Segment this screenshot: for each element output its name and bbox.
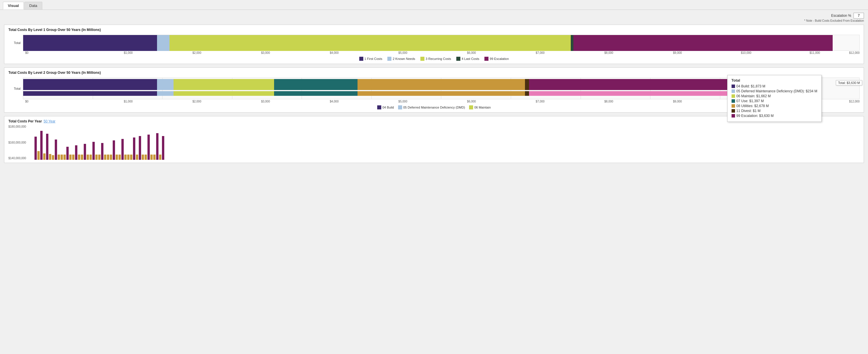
chart3-bar-7[interactable] xyxy=(55,140,57,160)
chart3-y-axis: $180,000,000 $160,000,000 $140,000,000 xyxy=(8,125,26,160)
chart2-legend-color-0 xyxy=(377,105,381,109)
chart3-bar-27[interactable] xyxy=(113,140,115,160)
chart3-year-link[interactable]: 50 Year xyxy=(44,119,56,123)
chart3-bar-25[interactable] xyxy=(107,154,109,160)
chart3-bar-20[interactable] xyxy=(92,142,95,160)
chart2-segment-use[interactable] xyxy=(274,79,358,90)
chart3-bar-17[interactable] xyxy=(84,144,86,160)
chart3-bar-10[interactable] xyxy=(63,154,66,160)
chart3-bar-31[interactable] xyxy=(124,154,127,160)
chart1-segment-lastcosts[interactable] xyxy=(571,35,574,51)
chart1-xtick-5: $5,000 xyxy=(369,51,437,55)
tab-visual[interactable]: Visual xyxy=(3,2,24,9)
chart3-bar-35[interactable] xyxy=(136,154,138,160)
chart3-bar-group-36 xyxy=(139,125,141,160)
chart3-bar-group-21 xyxy=(95,125,98,160)
chart3-bar-group-31 xyxy=(124,125,127,160)
chart3-bar-30[interactable] xyxy=(121,139,124,160)
chart3-bar-5[interactable] xyxy=(49,154,51,160)
chart3-bar-group-20 xyxy=(92,125,95,160)
chart3-bar-group-33 xyxy=(130,125,132,160)
tab-data[interactable]: Data xyxy=(24,2,42,9)
chart2-segment-build[interactable] xyxy=(23,79,157,90)
chart3-bar-3[interactable] xyxy=(43,153,45,160)
chart3-bar-6[interactable] xyxy=(52,155,54,160)
chart1-xtick-3: $3,000 xyxy=(231,51,300,55)
chart2-segment-maintain[interactable] xyxy=(174,79,274,90)
chart2-segment-dmd[interactable] xyxy=(157,79,174,90)
chart3-bar-28[interactable] xyxy=(116,154,118,160)
chart1-legend-color-2 xyxy=(421,57,425,61)
chart3-bar-12[interactable] xyxy=(69,154,71,160)
chart3-bar-8[interactable] xyxy=(58,154,60,160)
tooltip-label-0: 04 Build: $1,873 M xyxy=(737,84,766,88)
chart3-bar-37[interactable] xyxy=(142,154,144,160)
chart3-bar-33[interactable] xyxy=(130,154,132,160)
chart3-bar-11[interactable] xyxy=(66,147,69,160)
chart3-bar-36[interactable] xyxy=(139,136,141,160)
chart3-bar-group-17 xyxy=(84,125,86,160)
tooltip-swatch-0 xyxy=(732,84,735,88)
chart3-bar-13[interactable] xyxy=(72,154,74,160)
escalation-input[interactable] xyxy=(854,13,864,19)
chart3-bar-42[interactable] xyxy=(156,133,158,160)
chart3-bar-32[interactable] xyxy=(127,154,129,160)
escalation-label: Escalation % xyxy=(831,13,851,17)
chart3-bar-21[interactable] xyxy=(95,154,98,160)
tooltip-row-1: 05 Deferred Maintenance Deficiency (DMD)… xyxy=(732,89,817,93)
chart2-title: Total Costs By Level 2 Group Over 50 Yea… xyxy=(8,71,860,75)
chart3-bar-40[interactable] xyxy=(150,154,153,160)
chart3-bar-0[interactable] xyxy=(34,137,37,160)
chart2-segment-utilities[interactable] xyxy=(358,79,525,90)
chart3-bar-19[interactable] xyxy=(90,154,92,160)
chart3-bar-15[interactable] xyxy=(78,154,80,160)
chart3-bar-44[interactable] xyxy=(162,136,164,160)
chart1-legend-label-4: 99 Escalation xyxy=(490,57,509,61)
chart3-bar-group-35 xyxy=(136,125,138,160)
chart1-segment-escalation[interactable] xyxy=(574,35,833,51)
chart3-bar-41[interactable] xyxy=(153,154,156,160)
tooltip-swatch-2 xyxy=(732,94,735,98)
chart1-bar-label: Total xyxy=(8,41,23,44)
tooltip-swatch-3 xyxy=(732,99,735,103)
chart1-segment-knownneed[interactable] xyxy=(157,35,169,51)
chart3-bar-38[interactable] xyxy=(145,154,147,160)
chart1-legend-color-0 xyxy=(359,57,363,61)
chart1-legend-color-3 xyxy=(456,57,460,61)
chart1-segment-firstcosts[interactable] xyxy=(23,35,157,51)
chart3-bar-4[interactable] xyxy=(46,134,49,160)
chart1-xtick-9: $9,000 xyxy=(643,51,712,55)
chart3-bar-group-3 xyxy=(43,125,45,160)
chart3-bar-39[interactable] xyxy=(148,135,150,160)
chart3-bar-group-13 xyxy=(72,125,74,160)
chart3-bar-9[interactable] xyxy=(61,154,63,160)
chart3-bar-18[interactable] xyxy=(87,154,89,160)
chart3-bar-1[interactable] xyxy=(37,151,40,160)
chart1-xtick-6: $6,000 xyxy=(437,51,506,55)
chart2-legend-label-1: 05 Deferred Maintenance Deficiency (DMD) xyxy=(403,106,465,109)
chart3-bar-group-34 xyxy=(133,125,135,160)
chart3-bar-23[interactable] xyxy=(101,143,103,160)
chart2-segment-escalation[interactable] xyxy=(529,79,746,90)
chart1-segment-recurring[interactable] xyxy=(169,35,571,51)
chart2-section: Total Costs By Level 2 Group Over 50 Yea… xyxy=(4,67,864,113)
chart3-bar-2[interactable] xyxy=(40,131,42,160)
chart3-bar-34[interactable] xyxy=(133,138,135,160)
chart1-xtick-0: $0 xyxy=(25,51,94,55)
tooltip-label-3: 07 Use: $1,397 M xyxy=(737,99,764,103)
chart2-segment-divest[interactable] xyxy=(525,79,529,90)
chart1-legend-label-0: 1 First Costs xyxy=(365,57,382,61)
chart3-bar-group-2 xyxy=(40,125,42,160)
chart3-bar-43[interactable] xyxy=(159,154,161,160)
chart3-bar-group-43 xyxy=(159,125,161,160)
tooltip-row-3: 07 Use: $1,397 M xyxy=(732,99,817,103)
chart3-bar-29[interactable] xyxy=(119,154,121,160)
chart3-bar-14[interactable] xyxy=(75,145,78,160)
chart3-bar-group-18 xyxy=(87,125,89,160)
chart3-bar-26[interactable] xyxy=(110,154,112,160)
chart3-bar-group-4 xyxy=(46,125,49,160)
chart3-bar-24[interactable] xyxy=(104,154,106,160)
chart3-bar-16[interactable] xyxy=(81,154,83,160)
chart3-bar-22[interactable] xyxy=(98,154,100,160)
chart3-bar-group-11 xyxy=(66,125,69,160)
